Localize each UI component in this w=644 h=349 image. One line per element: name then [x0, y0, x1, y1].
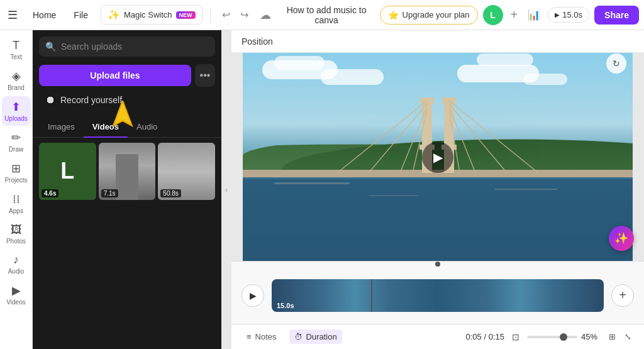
tab-audio[interactable]: Audio — [128, 117, 166, 138]
upgrade-button[interactable]: ⭐ Upgrade your plan — [380, 6, 478, 25]
zoom-thumb[interactable] — [560, 333, 567, 341]
media-grid: L 4.6s 7.1s 50.8s — [33, 138, 221, 349]
search-box[interactable]: 🔍 — [39, 36, 215, 57]
media-item-street[interactable]: 50.8s — [158, 143, 215, 200]
record-icon: ⏺ — [45, 94, 55, 106]
photos-label: Photos — [6, 238, 26, 245]
analytics-icon[interactable]: 📊 — [525, 6, 543, 23]
magic-wand-fab[interactable]: ✨ — [609, 226, 634, 251]
brand-label: Brand — [8, 84, 25, 91]
videos-label: Videos — [6, 299, 25, 306]
main-content: T Text ◈ Brand ⬆ Uploads ✏ Draw ⊞ Projec… — [0, 30, 644, 349]
zoom-slider[interactable] — [527, 336, 577, 338]
scrubber-position-dot — [435, 262, 440, 267]
draw-label: Draw — [9, 146, 23, 153]
sidebar-item-brand[interactable]: ◈ Brand — [2, 65, 31, 95]
duration-label: Duration — [306, 332, 337, 341]
search-area: 🔍 — [33, 30, 221, 60]
play-time-label: 15.0s — [562, 10, 582, 19]
nav-file[interactable]: File — [66, 6, 96, 24]
brand-icon: ◈ — [12, 69, 21, 83]
history-controls: ↩ ↪ — [218, 6, 252, 23]
sidebar-item-apps[interactable]: ⁞⁞ Apps — [2, 189, 31, 218]
add-clip-button[interactable]: + — [611, 284, 634, 307]
svg-line-10 — [369, 104, 427, 173]
zoom-slider-area: 45% — [527, 332, 597, 341]
undo-button[interactable]: ↩ — [218, 6, 234, 23]
add-page-button[interactable]: + — [508, 5, 521, 25]
uploads-panel: 🔍 Upload files ••• ⏺ Record yourself Ima… — [33, 30, 221, 349]
letter-content: L — [60, 158, 74, 184]
canvas-stage: ▶ ↻ — [243, 53, 633, 261]
media-item-letter[interactable]: L 4.6s — [39, 143, 96, 200]
topbar-nav: Home File — [25, 6, 96, 24]
new-badge: NEW — [176, 11, 196, 19]
cloud-save-icon: ☁ — [257, 6, 274, 25]
draw-icon: ✏ — [11, 131, 21, 145]
menu-icon[interactable]: ☰ — [5, 6, 20, 25]
fullscreen-button[interactable]: ⤡ — [622, 330, 634, 344]
duration-badge-3: 50.8s — [160, 189, 180, 197]
topbar: ☰ Home File ✨ Magic Switch NEW ↩ ↪ ☁ How… — [0, 0, 644, 30]
time-total: 0:15 — [489, 332, 504, 341]
position-bar: Position — [231, 30, 644, 53]
play-time-button[interactable]: ▶ 15.0s — [548, 7, 589, 23]
document-title[interactable]: How to add music to canva — [279, 5, 375, 25]
audio-icon: ♪ — [13, 253, 19, 267]
panel-collapse-handle[interactable]: ‹ — [221, 30, 231, 349]
time-separator: / — [484, 332, 488, 341]
upload-files-button[interactable]: Upload files — [39, 65, 191, 86]
text-icon: T — [13, 39, 19, 52]
svg-rect-19 — [369, 195, 419, 196]
svg-line-9 — [337, 101, 427, 173]
tab-videos[interactable]: Videos — [84, 117, 128, 138]
timeline-scrubber-dot — [231, 262, 644, 267]
strip-duration-label: 15.0s — [277, 302, 294, 309]
bottom-bar: ≡ Notes ⏱ Duration 0:05 / 0:15 ⊡ 45% — [231, 324, 644, 349]
magic-switch-label: Magic Switch — [124, 10, 172, 19]
sidebar-item-text[interactable]: T Text — [2, 35, 31, 64]
time-current: 0:05 — [465, 332, 481, 341]
notes-label: Notes — [255, 332, 277, 341]
duration-button[interactable]: ⏱ Duration — [289, 330, 342, 344]
projects-label: Projects — [4, 177, 27, 184]
sidebar-item-draw[interactable]: ✏ Draw — [2, 127, 31, 157]
canvas-play-button[interactable]: ▶ — [422, 141, 453, 173]
sidebar-item-audio[interactable]: ♪ Audio — [2, 250, 31, 279]
strip-segment-visual — [272, 279, 604, 312]
sidebar-item-videos[interactable]: ▶ Videos — [2, 280, 31, 309]
timeline-strip[interactable]: 15.0s — [272, 279, 604, 312]
record-yourself-button[interactable]: ⏺ Record yourself — [39, 91, 215, 112]
nav-home[interactable]: Home — [25, 6, 64, 24]
share-button[interactable]: Share — [594, 6, 639, 25]
grid-view-button[interactable]: ⊞ — [605, 330, 619, 344]
refresh-button[interactable]: ↻ — [606, 53, 626, 74]
projects-icon: ⊞ — [11, 162, 21, 175]
user-avatar[interactable]: L — [483, 5, 503, 25]
redo-button[interactable]: ↪ — [236, 6, 252, 23]
notes-button[interactable]: ≡ Notes — [242, 330, 282, 344]
screen-icon[interactable]: ⊡ — [512, 332, 519, 342]
magic-switch-btn[interactable]: ✨ Magic Switch NEW — [101, 5, 203, 25]
sidebar-item-photos[interactable]: 🖼 Photos — [2, 219, 31, 248]
duration-icon: ⏱ — [294, 332, 303, 341]
search-input[interactable] — [61, 42, 209, 52]
tab-images[interactable]: Images — [39, 117, 84, 138]
apps-icon: ⁞⁞ — [13, 192, 20, 206]
media-tabs: Images Videos Audio — [33, 117, 221, 138]
canvas-area: Position — [231, 30, 644, 349]
svg-line-13 — [449, 101, 538, 173]
timeline-play-button[interactable]: ▶ — [242, 284, 264, 307]
timeline-position-marker — [371, 279, 372, 312]
refresh-icon: ↻ — [613, 58, 620, 69]
media-item-building[interactable]: 7.1s — [99, 143, 156, 200]
time-display: 0:05 / 0:15 — [465, 332, 504, 341]
duration-badge-2: 7.1s — [101, 189, 118, 197]
upload-more-button[interactable]: ••• — [195, 64, 215, 87]
position-label: Position — [242, 36, 273, 47]
upgrade-label: Upgrade your plan — [402, 10, 470, 19]
search-icon: 🔍 — [45, 42, 56, 52]
sidebar-item-uploads[interactable]: ⬆ Uploads — [2, 96, 31, 126]
sidebar-item-projects[interactable]: ⊞ Projects — [2, 158, 31, 187]
record-label: Record yourself — [60, 95, 122, 105]
